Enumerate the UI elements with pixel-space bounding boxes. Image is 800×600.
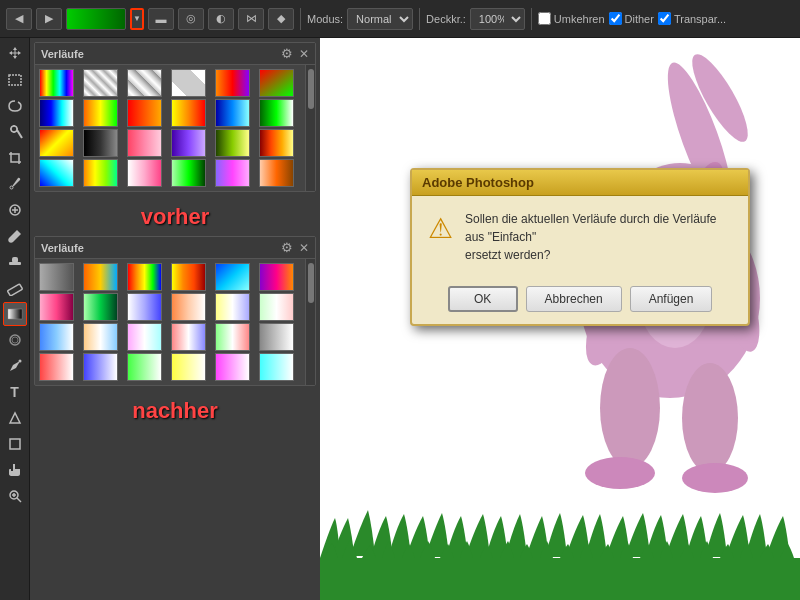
swatch-2-17[interactable] [215,323,250,351]
append-button[interactable]: Anfügen [630,286,713,312]
tool-path-select[interactable] [3,406,27,430]
swatch-1-9[interactable] [127,99,162,127]
cancel-button[interactable]: Abbrechen [526,286,622,312]
swatch-1-11[interactable] [215,99,250,127]
swatch-1-23[interactable] [215,159,250,187]
swatch-1-8[interactable] [83,99,118,127]
swatch-1-21[interactable] [127,159,162,187]
swatch-1-19[interactable] [39,159,74,187]
swatch-1-6[interactable] [259,69,294,97]
swatch-2-13[interactable] [39,323,74,351]
canvas-area[interactable]: Adobe Photoshop ⚠ Sollen die aktuellen V… [320,38,800,600]
swatch-2-1[interactable] [39,263,74,291]
reflected-gradient-button[interactable]: ⋈ [238,8,264,30]
swatch-1-22[interactable] [171,159,206,187]
tool-brush[interactable] [3,224,27,248]
swatch-2-4[interactable] [171,263,206,291]
swatch-1-5[interactable] [215,69,250,97]
tool-text[interactable]: T [3,380,27,404]
opacity-select[interactable]: 100% [470,8,525,30]
swatch-1-14[interactable] [83,129,118,157]
tool-pen[interactable] [3,354,27,378]
tool-lasso[interactable] [3,94,27,118]
swatch-2-15[interactable] [127,323,162,351]
swatch-1-15[interactable] [127,129,162,157]
swatch-1-24[interactable] [259,159,294,187]
angle-gradient-button[interactable]: ◐ [208,8,234,30]
tool-gradient[interactable] [3,302,27,326]
tool-stamp[interactable] [3,250,27,274]
tool-crop[interactable] [3,146,27,170]
swatch-2-11[interactable] [215,293,250,321]
swatch-2-9[interactable] [127,293,162,321]
svg-point-16 [12,337,18,343]
tool-blur[interactable] [3,328,27,352]
swatch-2-5[interactable] [215,263,250,291]
swatch-2-3[interactable] [127,263,162,291]
swatch-1-12[interactable] [259,99,294,127]
tool-hand[interactable] [3,458,27,482]
swatch-2-14[interactable] [83,323,118,351]
gradient-dropdown-arrow[interactable]: ▼ [130,8,144,30]
swatch-1-7[interactable] [39,99,74,127]
swatch-2-16[interactable] [171,323,206,351]
swatch-1-13[interactable] [39,129,74,157]
dialog-message-line2: ersetzt werden? [465,248,550,262]
swatch-1-2[interactable] [83,69,118,97]
swatch-2-22[interactable] [171,353,206,381]
swatch-1-3[interactable] [127,69,162,97]
swatch-1-16[interactable] [171,129,206,157]
panel2-gear[interactable]: ⚙ [281,240,293,255]
swatch-1-10[interactable] [171,99,206,127]
swatch-2-8[interactable] [83,293,118,321]
panel2-scrollbar-thumb[interactable] [308,263,314,303]
tool-eyedropper[interactable] [3,172,27,196]
panel2-body [35,259,315,385]
dither-checkbox[interactable] [609,12,622,25]
radial-gradient-button[interactable]: ◎ [178,8,204,30]
swatch-2-21[interactable] [127,353,162,381]
swatch-1-18[interactable] [259,129,294,157]
tool-heal[interactable] [3,198,27,222]
swatch-2-6[interactable] [259,263,294,291]
swatch-2-23[interactable] [215,353,250,381]
reverse-checkbox[interactable] [538,12,551,25]
swatch-2-10[interactable] [171,293,206,321]
panel1-scrollbar[interactable] [305,65,315,191]
swatch-2-7[interactable] [39,293,74,321]
panel2-scrollbar[interactable] [305,259,315,385]
swatch-2-20[interactable] [83,353,118,381]
panel1-close[interactable]: ✕ [299,47,309,61]
swatch-2-24[interactable] [259,353,294,381]
separator-3 [531,8,532,30]
nav-forward-button[interactable]: ▶ [36,8,62,30]
tool-eraser[interactable] [3,276,27,300]
tool-select-rect[interactable] [3,68,27,92]
gradient-preview[interactable] [66,8,126,30]
swatch-2-12[interactable] [259,293,294,321]
panel1-gear[interactable]: ⚙ [281,46,293,61]
separator-2 [419,8,420,30]
ok-button[interactable]: OK [448,286,518,312]
swatch-2-2[interactable] [83,263,118,291]
panel2-close[interactable]: ✕ [299,241,309,255]
swatch-1-17[interactable] [215,129,250,157]
panel1-scrollbar-thumb[interactable] [308,69,314,109]
linear-gradient-button[interactable]: ▬ [148,8,174,30]
swatch-2-19[interactable] [39,353,74,381]
swatch-1-4[interactable] [171,69,206,97]
swatch-1-20[interactable] [83,159,118,187]
diamond-gradient-button[interactable]: ◆ [268,8,294,30]
panel2-header: Verläufe ⚙ ✕ [35,237,315,259]
svg-point-7 [10,186,13,189]
swatch-2-18[interactable] [259,323,294,351]
transparent-checkbox[interactable] [658,12,671,25]
tool-magic-wand[interactable] [3,120,27,144]
nav-back-button[interactable]: ◀ [6,8,32,30]
swatch-1-1[interactable] [39,69,74,97]
tool-move[interactable] [3,42,27,66]
mode-select[interactable]: Normal [347,8,413,30]
tool-shape[interactable] [3,432,27,456]
text-icon: T [10,384,19,400]
tool-zoom[interactable] [3,484,27,508]
